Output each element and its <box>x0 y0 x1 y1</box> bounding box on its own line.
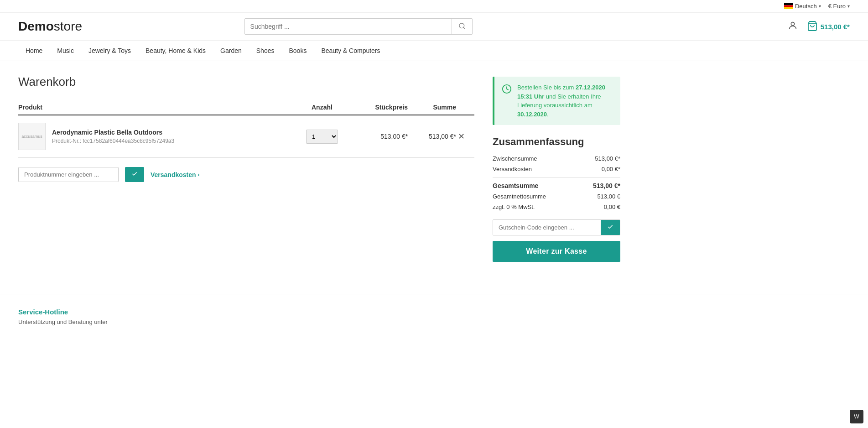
summary-divider <box>493 177 620 177</box>
quantity-select[interactable]: 1 2 3 4 5 <box>306 130 338 144</box>
currency-label: € Euro <box>828 3 846 10</box>
quantity-cell: 1 2 3 4 5 <box>294 115 350 158</box>
svg-point-3 <box>459 23 464 28</box>
checkout-button[interactable]: Weiter zur Kasse <box>493 241 620 262</box>
zwischensumme-value: 513,00 €* <box>595 155 620 162</box>
header-actions: 513,00 €* <box>788 21 850 33</box>
search-input[interactable] <box>245 19 452 34</box>
currency-selector[interactable]: € Euro ▾ <box>828 3 850 10</box>
summary-section: Bestellen Sie bis zum 27.12.2020 15:31 U… <box>493 75 620 262</box>
footer-hotline-sub: Unterstützung und Beratung unter <box>18 318 850 325</box>
total-price-cell: 513,00 €* <box>408 115 456 158</box>
language-dropdown-arrow: ▾ <box>819 4 821 9</box>
product-sku: Produkt-Nr.: fcc17582af60444ea35c8c95f57… <box>52 138 174 144</box>
cart-icon-wrap <box>807 21 818 33</box>
shipping-arrow-icon: › <box>198 172 200 178</box>
svg-line-4 <box>463 27 465 29</box>
mwst-label: zzgl. 0 % MwSt. <box>493 204 535 210</box>
summary-row-versandkosten: Versandkosten 0,00 €* <box>493 166 620 172</box>
flag-de-icon <box>784 3 793 9</box>
unit-price-cell: 513,00 €* <box>350 115 408 158</box>
product-number-input[interactable] <box>18 167 119 182</box>
summary-row-netto: Gesamtnettosumme 513,00 € <box>493 193 620 200</box>
nav-item-music[interactable]: Music <box>50 41 81 61</box>
logo-demo: Demo <box>18 19 54 33</box>
header: Demostore 513,00 €* <box>0 13 868 41</box>
shipping-costs-link[interactable]: Versandkosten › <box>151 171 200 178</box>
zwischensumme-label: Zwischensumme <box>493 155 537 162</box>
nav-item-jewelry[interactable]: Jewelry & Toys <box>81 41 138 61</box>
product-name: Aerodynamic Plastic Bella Outdoors <box>52 129 174 136</box>
col-anzahl: Anzahl <box>294 100 350 115</box>
cart-item-row: accusamus Aerodynamic Plastic Bella Outd… <box>18 115 474 158</box>
summary-row-zwischensumme: Zwischensumme 513,00 €* <box>493 155 620 162</box>
cart-table: Produkt Anzahl Stückpreis Summe accusamu… <box>18 100 474 158</box>
search-button[interactable] <box>452 19 472 34</box>
svg-point-5 <box>791 22 794 25</box>
search-icon <box>458 22 466 30</box>
nav-item-shoes[interactable]: Shoes <box>249 41 282 61</box>
product-cell: accusamus Aerodynamic Plastic Bella Outd… <box>18 115 294 158</box>
summary-coupon-row <box>493 219 620 235</box>
nav-item-home[interactable]: Home <box>18 41 50 61</box>
nav-item-books[interactable]: Books <box>281 41 314 61</box>
remove-cell: ✕ <box>456 115 474 158</box>
clock-icon <box>502 84 512 96</box>
account-icon[interactable] <box>788 21 798 33</box>
svg-rect-0 <box>784 3 793 5</box>
versandkosten-label: Versandkosten <box>493 166 532 172</box>
currency-dropdown-arrow: ▾ <box>847 4 850 9</box>
gesamtsumme-value: 513,00 €* <box>593 182 620 189</box>
summary-title: Zusammenfassung <box>493 136 620 148</box>
mwst-value: 0,00 € <box>604 204 620 210</box>
svg-rect-2 <box>784 7 793 9</box>
thumb-label: accusamus <box>21 134 42 139</box>
footer-hotline-title: Service-Hotline <box>18 308 850 316</box>
delivery-notice: Bestellen Sie bis zum 27.12.2020 15:31 U… <box>493 77 620 125</box>
netto-label: Gesamtnettosumme <box>493 193 546 200</box>
coupon-row: Versandkosten › <box>18 167 474 182</box>
shipping-label: Versandkosten <box>151 171 196 178</box>
checkmark-icon <box>131 171 138 177</box>
nav-item-beauty-computers[interactable]: Beauty & Computers <box>314 41 387 61</box>
coupon-code-input[interactable] <box>493 220 601 235</box>
remove-item-button[interactable]: ✕ <box>456 130 467 143</box>
page-title: Warenkorb <box>18 75 474 89</box>
cart-total: 513,00 €* <box>821 23 850 31</box>
coupon-submit-button[interactable] <box>601 220 620 235</box>
col-summe: Summe <box>408 100 456 115</box>
main-nav: Home Music Jewelry & Toys Beauty, Home &… <box>0 41 868 61</box>
language-label: Deutsch <box>795 3 817 10</box>
col-stueckpreis: Stückpreis <box>350 100 408 115</box>
checkout-label: Weiter zur Kasse <box>526 247 587 255</box>
main-content: Warenkorb Produkt Anzahl Stückpreis Summ… <box>0 61 639 276</box>
language-selector[interactable]: Deutsch ▾ <box>784 3 821 10</box>
delivery-notice-text: Bestellen Sie bis zum 27.12.2020 15:31 U… <box>517 83 613 119</box>
footer: Service-Hotline Unterstützung und Beratu… <box>0 294 868 339</box>
logo-store: store <box>54 19 82 33</box>
product-number-submit[interactable] <box>125 167 144 182</box>
cart-icon <box>807 21 818 31</box>
cart-button[interactable]: 513,00 €* <box>807 21 850 33</box>
cart-section: Warenkorb Produkt Anzahl Stückpreis Summ… <box>18 75 474 262</box>
netto-value: 513,00 € <box>597 193 620 200</box>
summary-row-gesamtsumme: Gesamtsumme 513,00 €* <box>493 182 620 189</box>
svg-rect-1 <box>784 5 793 7</box>
top-bar: Deutsch ▾ € Euro ▾ <box>0 0 868 13</box>
versandkosten-value: 0,00 €* <box>602 166 620 172</box>
gesamtsumme-label: Gesamtsumme <box>493 182 538 189</box>
search-bar <box>244 18 473 35</box>
nav-item-garden[interactable]: Garden <box>213 41 249 61</box>
col-produkt: Produkt <box>18 100 294 115</box>
nav-item-beauty-home[interactable]: Beauty, Home & Kids <box>138 41 213 61</box>
logo[interactable]: Demostore <box>18 19 82 34</box>
coupon-check-icon <box>607 224 613 230</box>
summary-row-mwst: zzgl. 0 % MwSt. 0,00 € <box>493 204 620 210</box>
product-thumbnail: accusamus <box>18 123 46 150</box>
